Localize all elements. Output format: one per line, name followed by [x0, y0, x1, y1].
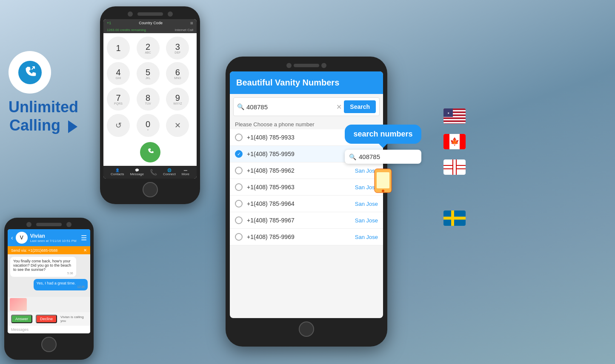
middle-phone-wrapper: Beautiful Vanity Numbers 🔍 408785 ✕ Sear…: [226, 57, 387, 347]
dialer-btn-7[interactable]: 7PQRS: [107, 88, 130, 111]
dialer-tab-message[interactable]: 💬Message: [130, 168, 144, 176]
radio-circle-5[interactable]: [235, 216, 243, 224]
location-text-4: San Jose: [355, 201, 378, 207]
chat-input-placeholder[interactable]: Messages: [11, 327, 87, 332]
chat-last-seen: Last seen at 7/11/16 10:51 PM: [30, 239, 78, 243]
search-bubble: search numbers 🔍 408785: [345, 125, 421, 193]
vanity-search-clear-icon[interactable]: ✕: [336, 103, 342, 111]
search-bubble-label: search numbers: [345, 125, 421, 144]
phone-number-text-5: +1(408) 785-9967: [247, 217, 351, 224]
dialer-internet: Internet Call: [175, 28, 193, 32]
bubble-search-value: 408785: [359, 153, 380, 160]
dialer-credits: 1263.00 credits remaining: [107, 28, 146, 32]
phone-number-item-4[interactable]: +1(408) 785-9964 San Jose: [230, 196, 383, 212]
middle-phone-speaker: [294, 64, 319, 67]
radio-circle-0[interactable]: [235, 134, 243, 141]
dialer-btn-0[interactable]: 0+: [137, 114, 160, 137]
chat-phone-wrapper: ‹ V Vivian Last seen at 7/11/16 10:51 PM…: [4, 218, 94, 360]
arrow-right-icon: [68, 120, 77, 133]
chat-message-outgoing: Yes, I had a great time. 12:26: [34, 279, 88, 290]
dialer-topbar: +1 Country Code ⊞: [103, 19, 197, 27]
dialer-btn-3[interactable]: 3DEF: [166, 37, 189, 60]
dialer-btn-recents[interactable]: ↺: [107, 114, 130, 137]
dialer-camera: [128, 11, 133, 17]
chat-back-icon[interactable]: ‹: [11, 234, 13, 241]
dialer-tab-dial[interactable]: 📞: [150, 169, 157, 176]
dialer-info-bar: 1263.00 credits remaining Internet Call: [103, 27, 197, 33]
dialer-btn-8[interactable]: 8TUV: [137, 88, 160, 111]
chat-avatar: V: [16, 232, 28, 244]
middle-phone-camera: [286, 63, 292, 68]
vanity-search-button[interactable]: Search: [344, 100, 376, 113]
dialer-btn-5[interactable]: 5JKL: [137, 62, 160, 85]
radio-circle-4[interactable]: [235, 200, 243, 208]
dialer-zero-row: ↺ 0+ ✕: [103, 114, 197, 140]
calling-icon-wrapper: [9, 51, 51, 94]
flag-uk-vertical-stripe: [453, 159, 456, 175]
chat-incoming-call: Answer Decline Vivian is calling you: [8, 312, 90, 326]
chat-close-icon[interactable]: ✕: [83, 248, 87, 253]
call-decline-button[interactable]: Decline: [36, 315, 57, 323]
phone-number-item-6[interactable]: +1(408) 785-9969 San Jose: [230, 229, 383, 245]
chat-messages: You finally come back, how's your vacati…: [8, 254, 90, 297]
radio-circle-3[interactable]: [235, 183, 243, 191]
dialer-call-button[interactable]: [140, 142, 160, 162]
bubble-search-icon: 🔍: [349, 154, 356, 160]
chat-header: ‹ V Vivian Last seen at 7/11/16 10:51 PM…: [8, 229, 90, 246]
dialer-btn-9[interactable]: 9WXYZ: [166, 88, 189, 111]
chat-message-time2: 12:26: [37, 285, 85, 288]
phone-number-item-5[interactable]: +1(408) 785-9967 San Jose: [230, 212, 383, 229]
phone-call-icon: [18, 61, 42, 84]
dialer-bottom-bar: 👤Contacts 💬Message 📞 🌐Connect •••Mor: [103, 166, 197, 179]
middle-phone-camera2: [321, 63, 326, 68]
svg-rect-3: [377, 172, 389, 188]
radio-circle-1[interactable]: [235, 150, 243, 158]
location-text-5: San Jose: [355, 217, 378, 224]
middle-phone: Beautiful Vanity Numbers 🔍 408785 ✕ Sear…: [226, 57, 387, 347]
middle-phone-home-button[interactable]: [299, 321, 314, 337]
chat-camera2: [66, 222, 72, 227]
radio-circle-6[interactable]: [235, 233, 243, 241]
dialer-camera2: [168, 11, 173, 17]
phone-number-text-6: +1(408) 785-9969: [247, 233, 351, 240]
vanity-screen-header: Beautiful Vanity Numbers: [230, 71, 383, 94]
dialer-btn-4[interactable]: 4GHI: [107, 62, 130, 85]
radio-circle-2[interactable]: [235, 167, 243, 174]
search-bubble-input: 🔍 408785: [345, 150, 421, 164]
dialer-btn-1[interactable]: 1: [107, 37, 130, 60]
dialer-btn-clear[interactable]: ✕: [166, 114, 189, 137]
chat-image-thumbnail: [10, 298, 27, 311]
dialer-tab-connect[interactable]: 🌐Connect: [163, 168, 176, 176]
dialer-btn-6[interactable]: 6MNO: [166, 62, 189, 85]
chat-message-time1: 5:36: [13, 272, 73, 275]
dialer-buttons-grid[interactable]: 1 2ABC 3DEF 4GHI 5JKL 6MNO 7PQRS 8TUV 9W…: [103, 33, 197, 114]
svg-point-4: [382, 190, 384, 192]
vanity-search-icon: 🔍: [237, 103, 244, 110]
chat-contact-name: Vivian: [30, 233, 78, 239]
call-answer-button[interactable]: Answer: [11, 315, 32, 323]
chat-speaker: [36, 223, 62, 226]
dialer-phone-body: +1 Country Code ⊞ 1263.00 credits remain…: [100, 6, 200, 204]
middle-phone-top-bar: [230, 63, 383, 68]
chat-message-incoming: You finally come back, how's your vacati…: [10, 257, 76, 277]
chat-name-block: Vivian Last seen at 7/11/16 10:51 PM: [30, 233, 78, 243]
chat-menu-icon[interactable]: ☰: [81, 234, 87, 242]
dialer-screen: +1 Country Code ⊞ 1263.00 credits remain…: [103, 19, 197, 179]
flag-uk-icon: [443, 159, 466, 175]
phone-number-text-3: +1(408) 785-9963: [247, 184, 351, 191]
chat-input-bar: Messages: [8, 326, 90, 333]
call-icon: [146, 148, 155, 157]
vanity-search-value[interactable]: 408785: [246, 103, 334, 111]
dialer-home-button[interactable]: [143, 182, 158, 197]
chat-home-button[interactable]: [41, 337, 57, 352]
unlimited-calling-title: Unlimited Calling: [9, 98, 78, 134]
mobile-phone-icon: [372, 168, 394, 193]
dialer-btn-2[interactable]: 2ABC: [137, 37, 160, 60]
bubble-phone-icon: [345, 168, 421, 193]
chat-phone-number: Send via: +1(201)685-0588: [11, 248, 57, 253]
chat-screen: ‹ V Vivian Last seen at 7/11/16 10:51 PM…: [8, 229, 90, 333]
dialer-tab-contacts[interactable]: 👤Contacts: [111, 168, 124, 176]
phone-number-text-2: +1(408) 785-9962: [247, 167, 351, 174]
dialer-tab-more[interactable]: •••More: [182, 168, 189, 176]
calling-badge: Unlimited Calling: [9, 51, 78, 139]
